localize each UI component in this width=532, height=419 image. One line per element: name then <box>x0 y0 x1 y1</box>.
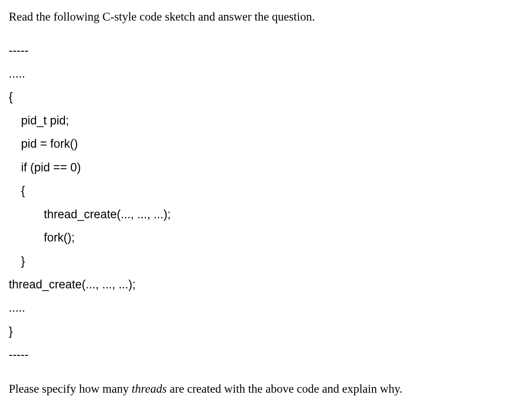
code-line-if: if (pid == 0) <box>9 156 523 179</box>
open-brace: { <box>9 85 523 109</box>
close-brace: } <box>9 320 523 343</box>
ellipsis-2: ..... <box>9 296 523 320</box>
inner-close-brace: } <box>9 250 523 273</box>
ellipsis-1: ..... <box>9 62 523 85</box>
intro-text: Read the following C-style code sketch a… <box>9 8 523 26</box>
question-suffix: are created with the above code and expl… <box>167 382 402 395</box>
code-line-thread-create-2: thread_create(..., ..., ...); <box>9 273 523 296</box>
separator-bottom: ----- <box>9 343 523 366</box>
question-prefix: Please specify how many <box>9 382 131 395</box>
inner-open-brace: { <box>9 179 523 202</box>
code-line-fork-2: fork(); <box>9 226 523 249</box>
code-line-thread-create-1: thread_create(..., ..., ...); <box>9 203 523 226</box>
question-italic-word: threads <box>131 382 167 395</box>
separator-top: ----- <box>9 39 523 62</box>
code-block: ----- ..... { pid_t pid; pid = fork() if… <box>9 39 523 367</box>
code-line-pid-fork: pid = fork() <box>9 132 523 156</box>
question-text: Please specify how many threads are crea… <box>9 380 523 398</box>
code-line-pid-decl: pid_t pid; <box>9 109 523 132</box>
